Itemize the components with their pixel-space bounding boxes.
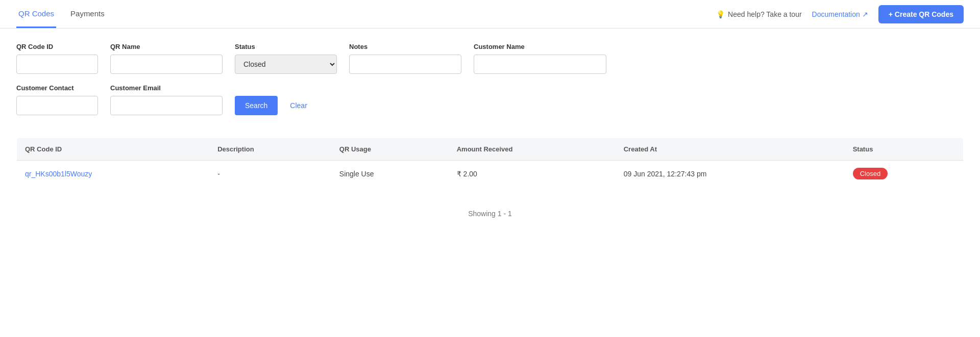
filter-row-2: Customer Contact Customer Email Search C… — [16, 84, 964, 115]
qr-codes-table: QR Code ID Description QR Usage Amount R… — [16, 138, 964, 187]
nav-tabs: QR Codes Payments — [16, 0, 107, 28]
col-qr-code-id: QR Code ID — [17, 138, 210, 161]
qr-code-id-input[interactable] — [16, 55, 98, 74]
filter-section: QR Code ID QR Name Status Active Closed … — [0, 29, 980, 115]
table-header: QR Code ID Description QR Usage Amount R… — [17, 138, 964, 161]
tab-payments[interactable]: Payments — [68, 0, 107, 28]
qr-name-input[interactable] — [110, 55, 223, 74]
qr-code-id-field: QR Code ID — [16, 43, 98, 74]
col-amount-received: Amount Received — [449, 138, 616, 161]
notes-label: Notes — [349, 43, 461, 50]
col-created-at: Created At — [616, 138, 845, 161]
notes-field: Notes — [349, 43, 461, 74]
filter-row-1: QR Code ID QR Name Status Active Closed … — [16, 43, 964, 74]
qr-name-label: QR Name — [110, 43, 223, 50]
create-qr-codes-button[interactable]: + Create QR Codes — [878, 5, 964, 23]
cell-status: Closed — [845, 161, 964, 187]
cell-qr-usage: Single Use — [331, 161, 449, 187]
customer-email-field: Customer Email — [110, 84, 223, 115]
customer-name-label: Customer Name — [474, 43, 606, 50]
tab-qr-codes[interactable]: QR Codes — [16, 0, 56, 28]
table-section: QR Code ID Description QR Usage Amount R… — [0, 125, 980, 199]
customer-name-input[interactable] — [474, 55, 606, 74]
cell-amount-received: ₹ 2.00 — [449, 161, 616, 187]
cell-description: - — [209, 161, 331, 187]
table-row: qr_HKs00b1l5Wouzy - Single Use ₹ 2.00 09… — [17, 161, 964, 187]
customer-name-field: Customer Name — [474, 43, 606, 74]
table-body: qr_HKs00b1l5Wouzy - Single Use ₹ 2.00 09… — [17, 161, 964, 187]
col-description: Description — [209, 138, 331, 161]
help-tour-link[interactable]: 💡 Need help? Take a tour — [716, 10, 802, 18]
status-select[interactable]: Active Closed — [235, 55, 337, 74]
table-header-row: QR Code ID Description QR Usage Amount R… — [17, 138, 964, 161]
bulb-icon: 💡 — [716, 10, 725, 18]
filter-actions: Search Clear — [235, 96, 313, 115]
clear-button[interactable]: Clear — [284, 96, 313, 115]
customer-email-label: Customer Email — [110, 84, 223, 92]
status-field: Status Active Closed — [235, 43, 337, 74]
status-label: Status — [235, 43, 337, 50]
documentation-link[interactable]: Documentation ↗ — [812, 10, 868, 18]
search-button[interactable]: Search — [235, 96, 278, 115]
col-qr-usage: QR Usage — [331, 138, 449, 161]
qr-name-field: QR Name — [110, 43, 223, 74]
top-navigation: QR Codes Payments 💡 Need help? Take a to… — [0, 0, 980, 29]
customer-contact-field: Customer Contact — [16, 84, 98, 115]
customer-contact-input[interactable] — [16, 96, 98, 115]
cell-created-at: 09 Jun 2021, 12:27:43 pm — [616, 161, 845, 187]
qr-code-id-label: QR Code ID — [16, 43, 98, 50]
nav-actions: 💡 Need help? Take a tour Documentation ↗… — [716, 5, 964, 23]
qr-code-id-link[interactable]: qr_HKs00b1l5Wouzy — [25, 170, 92, 178]
cell-qr-code-id: qr_HKs00b1l5Wouzy — [17, 161, 210, 187]
external-link-icon: ↗ — [862, 10, 868, 18]
customer-email-input[interactable] — [110, 96, 223, 115]
docs-label: Documentation — [812, 10, 860, 18]
col-status: Status — [845, 138, 964, 161]
notes-input[interactable] — [349, 55, 461, 74]
status-badge: Closed — [853, 168, 888, 179]
customer-contact-label: Customer Contact — [16, 84, 98, 92]
help-label: Need help? Take a tour — [728, 10, 802, 18]
pagination: Showing 1 - 1 — [0, 199, 980, 228]
pagination-text: Showing 1 - 1 — [468, 210, 512, 218]
